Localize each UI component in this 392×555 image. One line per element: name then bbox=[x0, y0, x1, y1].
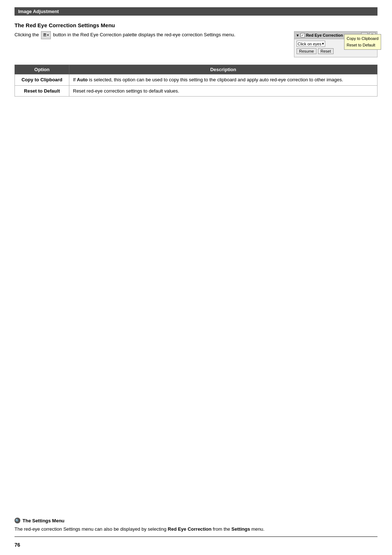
description-part1: Clicking the bbox=[15, 32, 39, 37]
palette-select-arrow: ▾ bbox=[322, 41, 324, 46]
settings-menu-title-text: The Settings Menu bbox=[23, 518, 65, 523]
description-reset-default: Reset red-eye correction settings to def… bbox=[69, 85, 377, 97]
palette-title-text: Red Eye Correction bbox=[306, 33, 343, 37]
tooltip-box: Copy to Clipboard Reset to Default bbox=[344, 34, 381, 50]
body-text-middle: from the bbox=[212, 526, 232, 532]
settings-menu-title: 🔍 The Settings Menu bbox=[15, 518, 377, 523]
section-header: Image Adjustment bbox=[15, 7, 377, 16]
bottom-section: 🔍 The Settings Menu The red-eye correcti… bbox=[15, 518, 377, 533]
description-part2: button in the Red Eye Correction palette… bbox=[53, 32, 235, 37]
section-title: The Red Eye Correction Settings Menu bbox=[15, 22, 377, 28]
palette-select[interactable]: Click on eyes ▾ bbox=[297, 41, 325, 47]
arrow-icon: ▼ bbox=[296, 33, 299, 37]
description-text: Clicking the 🖹▾ button in the Red Eye Co… bbox=[15, 31, 287, 39]
palette-screenshot: ▼ ✓ Red Eye Correction ● 🖹 Click on eyes… bbox=[294, 31, 377, 57]
tooltip-copy-label: Copy to Clipboard bbox=[347, 36, 379, 42]
palette-resume-btn[interactable]: Resume bbox=[297, 48, 317, 54]
page-number: 76 bbox=[15, 542, 20, 548]
body-text-suffix: menu. bbox=[250, 526, 265, 532]
desc-suffix: is selected, this option can be used to … bbox=[87, 77, 343, 82]
table-header-row: Option Description bbox=[15, 65, 377, 74]
inline-icon: 🖹▾ bbox=[41, 31, 51, 39]
table-row: Copy to Clipboard If Auto is selected, t… bbox=[15, 74, 377, 86]
table-row: Reset to Default Reset red-eye correctio… bbox=[15, 85, 377, 97]
col-option-header: Option bbox=[15, 65, 69, 74]
palette-select-value: Click on eyes bbox=[298, 42, 321, 46]
body-bold-settings: Settings bbox=[232, 526, 250, 532]
settings-menu-body: The red-eye correction Settings menu can… bbox=[15, 526, 377, 533]
palette-reset-btn[interactable]: Reset bbox=[318, 48, 334, 54]
palette-checkbox[interactable]: ✓ bbox=[301, 33, 305, 37]
body-bold-rec: Red Eye Correction bbox=[168, 526, 212, 532]
tooltip-reset-label: Reset to Default bbox=[347, 42, 379, 49]
content-row: Clicking the 🖹▾ button in the Red Eye Co… bbox=[15, 31, 377, 57]
body-text-prefix: The red-eye correction Settings menu can… bbox=[15, 526, 168, 532]
option-copy-clipboard: Copy to Clipboard bbox=[15, 74, 69, 86]
options-table: Option Description Copy to Clipboard If … bbox=[15, 65, 377, 97]
description-copy-clipboard: If Auto is selected, this option can be … bbox=[69, 74, 377, 86]
desc-prefix: If bbox=[73, 77, 77, 82]
settings-menu-icon: 🔍 bbox=[15, 518, 20, 523]
option-reset-default: Reset to Default bbox=[15, 85, 69, 97]
bottom-rule bbox=[15, 536, 377, 537]
desc-bold: Auto bbox=[77, 77, 88, 82]
col-description-header: Description bbox=[69, 65, 377, 74]
